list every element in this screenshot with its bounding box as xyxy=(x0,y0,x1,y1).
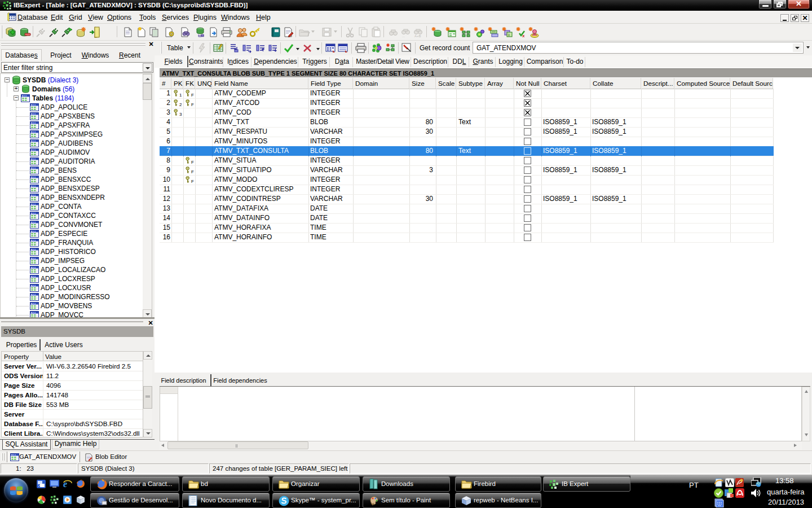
svg-text:A+B: A+B xyxy=(414,34,421,38)
svg-text:...: ... xyxy=(402,34,405,38)
svg-text:x: x xyxy=(522,33,525,38)
